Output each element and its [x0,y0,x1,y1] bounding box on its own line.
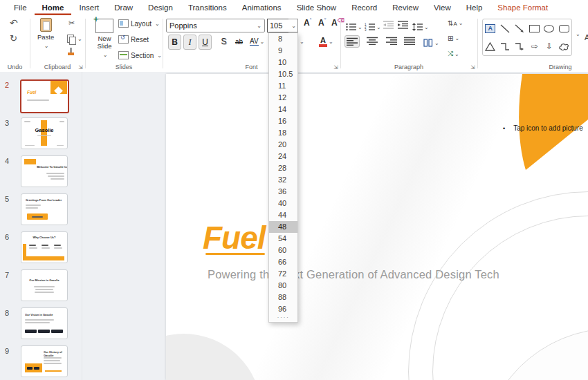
font-family-combo[interactable]: Poppins [166,19,265,32]
font-size-option[interactable]: 14 [269,104,297,115]
slide-thumbnail-7[interactable]: Our Mission in Gasolie [21,269,68,301]
font-dialog-launcher[interactable]: ⇲ [333,64,338,70]
cut-button[interactable]: ✂ [68,19,75,28]
menu-item[interactable]: Slide Show [289,0,344,15]
numbering-button[interactable]: 123 [365,21,381,33]
text-shadow-button[interactable]: S [218,35,230,48]
elbow-arrow-connector-shape[interactable] [515,42,524,51]
block-arrow-down-shape[interactable]: ⇩ [546,42,553,50]
decrease-font-button[interactable]: Aˇ [318,18,326,28]
align-left-button[interactable] [344,35,360,48]
menu-item[interactable]: Help [459,0,490,15]
font-size-option[interactable]: 66 [269,256,297,268]
paste-button[interactable]: Paste [37,18,54,50]
slide-thumbnail-5[interactable]: Greetings From Our Leader [21,193,68,225]
line-shape[interactable] [500,24,510,33]
font-size-option[interactable]: 36 [269,186,297,198]
picture-placeholder-hint[interactable]: •Tap icon to add picture [503,124,583,132]
font-color-button[interactable]: A [319,35,333,48]
rounded-rectangle-shape[interactable] [559,25,569,32]
strikethrough-button[interactable]: ab [233,35,245,48]
menu-item[interactable]: File [6,0,35,15]
arrange-button-partial[interactable]: A [585,33,588,41]
align-center-button[interactable] [367,37,378,45]
increase-indent-button[interactable] [398,21,408,29]
font-size-option[interactable]: 10 [269,57,297,68]
font-size-option[interactable]: 72 [269,268,297,280]
copy-button[interactable] [67,35,82,43]
arrow-line-shape[interactable] [515,24,524,33]
slide-thumbnail-2[interactable]: Fuel [20,79,69,113]
font-size-option[interactable]: 80 [269,280,297,292]
font-size-input[interactable]: 105 [267,19,289,32]
font-size-option[interactable]: 48 [269,221,297,233]
line-spacing-button[interactable] [412,21,429,33]
font-size-option[interactable]: 24 [269,151,297,162]
font-size-option[interactable]: 32 [269,174,297,186]
menu-item[interactable]: Draw [107,0,140,15]
reset-button[interactable]: Reset [118,35,149,44]
font-size-option[interactable]: 44 [269,209,297,221]
more-shapes-button[interactable] [574,30,580,37]
oval-shape[interactable] [544,25,554,32]
font-size-option[interactable]: 10.5 [269,68,297,80]
font-size-option[interactable]: 16 [269,115,297,127]
align-text-button[interactable]: ⊞ [448,35,475,42]
undo-button[interactable]: ↶ [10,17,18,28]
font-size-option[interactable]: 28 [269,162,297,174]
menu-item[interactable]: Insert [71,0,107,15]
menu-item[interactable]: Animations [235,0,289,15]
font-size-dropdown-button[interactable] [288,19,298,32]
format-painter-button[interactable] [67,48,74,56]
menu-item[interactable]: Shape Format [490,0,555,15]
slide-thumbnail-8[interactable]: Our Vision in Gasolie [21,307,68,339]
slide-thumbnail-3[interactable]: Gasolie [21,117,68,149]
font-size-option[interactable]: 60 [269,245,297,256]
cloud-shape[interactable] [559,42,569,50]
italic-button[interactable]: I [183,35,196,50]
rectangle-shape[interactable] [529,25,540,32]
text-direction-button[interactable]: ⇅A [448,19,475,27]
elbow-connector-shape[interactable] [500,42,510,51]
character-spacing-button[interactable]: AV [250,35,264,48]
slide-thumbnail-6[interactable]: Why Choose Us? [21,231,68,263]
font-size-option[interactable]: 54 [269,233,297,245]
convert-smartart-button[interactable]: ⤨ [448,50,475,58]
decrease-indent-button[interactable] [383,21,394,29]
font-size-option[interactable]: 11 [269,80,297,92]
slide-thumbnail-4[interactable]: Welcome To Gasolie Company [21,155,68,187]
slide-thumbnail-9[interactable]: Our History of Gasolie [21,345,68,377]
menu-item[interactable]: Review [385,0,426,15]
slide-subtitle-text[interactable]: Powering the Next Generation of Advanced… [208,268,484,281]
menu-item[interactable]: Design [140,0,181,15]
block-arrow-right-shape[interactable]: ⇨ [531,42,538,50]
redo-button[interactable]: ↻ [10,33,17,44]
menu-item[interactable]: Transitions [181,0,235,15]
bullets-button[interactable] [346,21,362,33]
font-size-option[interactable]: 8 [269,33,297,45]
increase-font-button[interactable]: Aˆ [304,18,311,28]
layout-button[interactable]: Layout [118,19,160,28]
font-size-option[interactable]: 40 [269,198,297,209]
justify-button[interactable] [404,37,415,45]
columns-button[interactable] [423,37,439,49]
triangle-shape[interactable] [485,42,495,51]
font-size-option[interactable]: 20 [269,139,297,151]
clipboard-dialog-launcher[interactable]: ⇲ [78,64,83,70]
section-button[interactable]: Section [118,51,162,59]
font-size-option[interactable]: 9 [269,45,297,57]
slide-canvas[interactable]: •Tap icon to add picture Fuel Powering t… [166,74,588,380]
new-slide-button[interactable]: New Slide [91,19,118,59]
bold-button[interactable]: B [168,35,181,50]
menu-item[interactable]: Home [35,0,72,15]
font-size-option[interactable]: 18 [269,127,297,139]
text-box-shape[interactable] [485,24,495,33]
menu-item[interactable]: View [426,0,459,15]
menu-item[interactable]: Record [344,0,385,15]
underline-button[interactable]: U [199,35,212,50]
font-size-option[interactable]: 12 [269,92,297,104]
paragraph-dialog-launcher[interactable]: ⇲ [470,64,475,70]
font-size-option[interactable]: 88 [269,292,297,303]
align-right-button[interactable] [386,37,397,45]
slide-title-text[interactable]: Fuel [203,219,266,256]
